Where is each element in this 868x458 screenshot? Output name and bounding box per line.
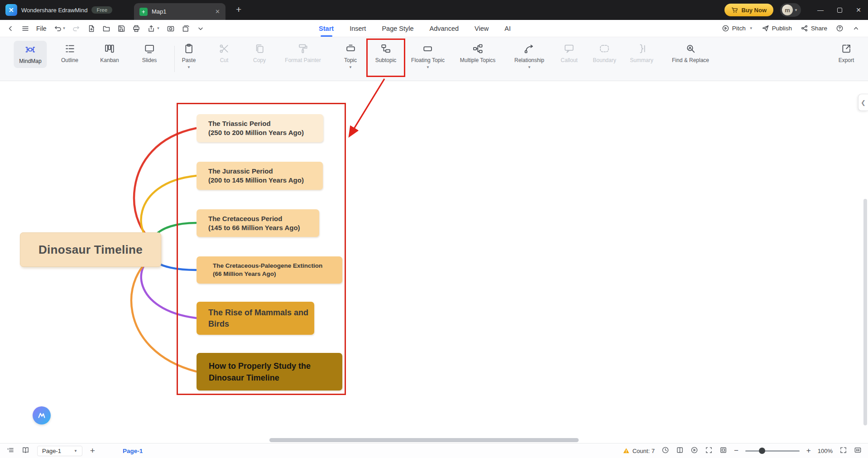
paste-button[interactable]: Paste ▼ — [182, 43, 196, 68]
zoom-slider[interactable] — [745, 450, 800, 452]
mode-outline-button[interactable]: Outline — [61, 43, 78, 63]
share-button[interactable]: Share — [801, 24, 827, 32]
mode-mindmap-button[interactable]: MindMap — [14, 41, 47, 68]
page-view-icon[interactable] — [22, 446, 29, 456]
find-replace-button[interactable]: Find & Replace — [672, 43, 709, 63]
account-menu[interactable]: m ▼ — [780, 3, 801, 17]
zoom-in-button[interactable]: + — [806, 446, 811, 455]
tab-start[interactable]: Start — [319, 20, 334, 37]
mode-slides-button[interactable]: Slides — [142, 43, 157, 63]
topic-how-to-study[interactable]: How to Properly Study the Dinosaur Timel… — [197, 353, 342, 391]
ribbon-tabs: Start Insert Page Style Advanced View AI — [319, 20, 511, 37]
file-menu[interactable]: File — [36, 25, 47, 32]
hamburger-menu-icon[interactable] — [21, 24, 29, 33]
right-panel-collapse-tab[interactable]: ❮ — [858, 94, 868, 111]
document-tab[interactable]: Map1 ✕ — [134, 3, 225, 20]
relationship-button[interactable]: Relationship ▼ — [514, 43, 544, 68]
help-button[interactable] — [836, 24, 844, 32]
free-plan-badge: Free — [91, 6, 112, 14]
undo-button[interactable]: ▼ — [53, 24, 66, 33]
collapse-toolbar-icon[interactable] — [197, 24, 205, 33]
tab-page-style[interactable]: Page Style — [382, 20, 413, 37]
close-button[interactable]: ✕ — [849, 0, 868, 20]
share-dropdown-icon[interactable]: ▼ — [156, 26, 160, 30]
copy-button[interactable]: Copy — [253, 43, 266, 63]
paste-dropdown-icon[interactable]: ▼ — [187, 66, 191, 68]
topic-title: How to Properly Study the Dinosaur Timel… — [209, 360, 342, 384]
zoom-out-button[interactable]: − — [734, 446, 739, 455]
relationship-dropdown-icon[interactable]: ▼ — [528, 66, 531, 68]
fullscreen-icon[interactable] — [839, 446, 847, 456]
add-page-button[interactable]: + — [90, 446, 95, 456]
mindmap-doc-icon — [139, 8, 148, 16]
relationship-label: Relationship — [514, 57, 544, 63]
cut-button[interactable]: Cut — [219, 43, 230, 63]
undo-dropdown-icon[interactable]: ▼ — [62, 26, 66, 30]
tab-advanced[interactable]: Advanced — [430, 20, 459, 37]
topic-button[interactable]: Topic ▼ — [344, 43, 357, 68]
tab-view[interactable]: View — [475, 20, 489, 37]
timer-icon[interactable] — [662, 446, 669, 456]
horizontal-scrollbar[interactable] — [269, 438, 579, 442]
format-painter-button[interactable]: Format Painter — [285, 43, 321, 63]
print-icon[interactable] — [132, 24, 140, 33]
save-as-icon[interactable] — [182, 24, 190, 33]
outline-panel-icon[interactable] — [6, 446, 14, 456]
chevron-down-icon: ▼ — [794, 8, 798, 12]
split-view-icon[interactable] — [676, 446, 684, 456]
callout-icon — [563, 43, 575, 54]
page-selector-dropdown[interactable]: Page-1 ▼ — [37, 446, 82, 456]
mode-kanban-button[interactable]: Kanban — [100, 43, 119, 63]
publish-label: Publish — [772, 25, 792, 32]
floating-topic-dropdown-icon[interactable]: ▼ — [426, 66, 430, 68]
summary-button[interactable]: Summary — [630, 43, 653, 63]
slideshow-play-icon[interactable] — [691, 446, 698, 456]
new-tab-button[interactable]: + — [236, 4, 241, 15]
zoom-slider-knob[interactable] — [759, 448, 765, 454]
mindmap-canvas[interactable]: Dinosaur Timeline The Triassic Period (2… — [0, 81, 868, 443]
maximize-button[interactable] — [830, 0, 849, 20]
subtopic-icon — [380, 43, 391, 54]
boundary-button[interactable]: Boundary — [593, 43, 616, 63]
save-icon[interactable] — [117, 24, 125, 33]
fit-map-icon[interactable] — [719, 446, 727, 456]
share-export-icon[interactable]: ▼ — [147, 24, 160, 33]
format-painter-label: Format Painter — [285, 57, 321, 63]
topic-cretaceous[interactable]: The Cretaceous Period (145 to 66 Million… — [197, 209, 319, 237]
export-icon — [841, 43, 852, 54]
topic-extinction[interactable]: The Cretaceous-Paleogene Extinction (66 … — [197, 256, 342, 284]
buy-now-button[interactable]: Buy Now — [724, 4, 773, 16]
subtopic-button[interactable]: Subtopic — [375, 43, 397, 63]
open-folder-icon[interactable] — [102, 24, 110, 33]
paper-plane-icon — [762, 24, 769, 32]
share-label: Share — [811, 25, 827, 32]
export-button[interactable]: Export — [839, 43, 854, 63]
minimize-button[interactable]: — — [811, 0, 830, 20]
central-topic[interactable]: Dinosaur Timeline — [20, 232, 161, 267]
collapse-ribbon-button[interactable] — [852, 24, 860, 32]
titlebar: Wondershare EdrawMind Free Map1 ✕ + Buy … — [0, 0, 868, 20]
topic-triassic[interactable]: The Triassic Period (250 to 200 Million … — [197, 114, 323, 142]
tab-insert[interactable]: Insert — [350, 20, 366, 37]
topic-jurassic[interactable]: The Jurassic Period (200 to 145 Million … — [197, 162, 323, 190]
tab-close-icon[interactable]: ✕ — [215, 9, 220, 14]
snapshot-icon[interactable] — [167, 24, 175, 33]
multiple-topics-button[interactable]: Multiple Topics — [460, 43, 495, 63]
fit-window-icon[interactable] — [854, 446, 862, 456]
vertical-scrollbar[interactable] — [863, 199, 867, 425]
publish-button[interactable]: Publish — [762, 24, 792, 32]
new-document-icon[interactable] — [87, 24, 96, 33]
back-button[interactable] — [6, 24, 14, 33]
tab-ai[interactable]: AI — [504, 20, 511, 37]
floating-topic-button[interactable]: Floating Topic ▼ — [411, 43, 445, 68]
find-replace-label: Find & Replace — [672, 57, 709, 63]
redo-button[interactable] — [72, 24, 81, 33]
topic-rise-of-mammals[interactable]: The Rise of Mammals and Birds — [197, 302, 314, 335]
frame-select-icon[interactable] — [705, 446, 713, 456]
pitch-button[interactable]: Pitch ▼ — [722, 24, 753, 32]
multiple-topics-label: Multiple Topics — [460, 57, 495, 63]
page-tab-active[interactable]: Page-1 — [123, 448, 143, 454]
topic-dropdown-icon[interactable]: ▼ — [349, 66, 352, 68]
statusbar: Page-1 ▼ + Page-1 Count: 7 − + 100% — [0, 443, 868, 458]
callout-button[interactable]: Callout — [561, 43, 577, 63]
